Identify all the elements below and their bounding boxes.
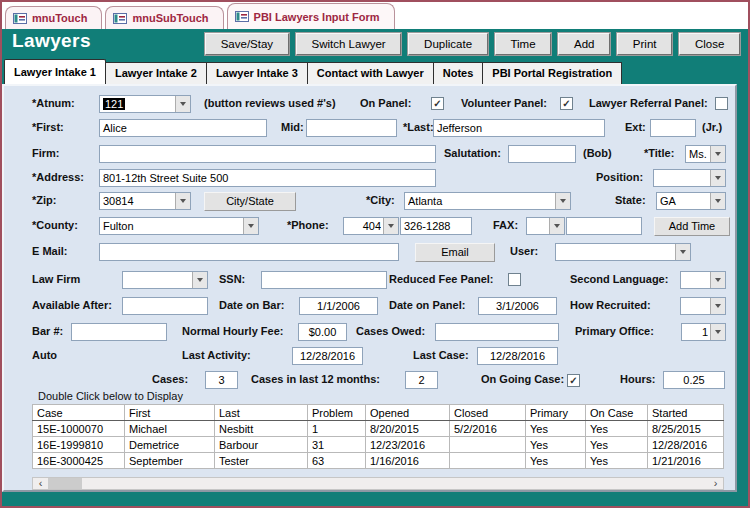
last-field[interactable]: Jefferson bbox=[433, 119, 605, 137]
on-panel-checkbox[interactable]: ✓ bbox=[431, 97, 444, 110]
on-panel-label: On Panel: bbox=[360, 97, 411, 109]
city-state-button[interactable]: City/State bbox=[204, 192, 296, 211]
title-combo[interactable]: Ms. bbox=[685, 145, 726, 163]
chevron-down-icon[interactable] bbox=[555, 193, 570, 209]
chevron-down-icon[interactable] bbox=[243, 218, 258, 234]
save-stay-button[interactable]: Save/Stay bbox=[205, 33, 289, 55]
mid-field[interactable] bbox=[306, 119, 397, 137]
atnum-combo[interactable]: 121 bbox=[99, 95, 191, 113]
lawyer-referral-panel-checkbox[interactable] bbox=[715, 97, 728, 110]
chevron-down-icon[interactable] bbox=[710, 272, 725, 288]
date-on-bar-field[interactable]: 1/1/2006 bbox=[299, 297, 378, 315]
last-case-field[interactable]: 12/28/2016 bbox=[477, 347, 558, 365]
cases-last-12-months-field[interactable]: 2 bbox=[405, 371, 438, 389]
second-language-combo[interactable] bbox=[680, 271, 726, 289]
email-button[interactable]: Email bbox=[415, 243, 495, 262]
date-on-panel-field[interactable]: 3/1/2006 bbox=[478, 297, 557, 315]
cases-owed-field[interactable] bbox=[435, 323, 559, 341]
cell: 31 bbox=[308, 437, 366, 453]
available-after-field[interactable] bbox=[122, 297, 208, 315]
chevron-down-icon[interactable] bbox=[175, 193, 190, 209]
cell: Yes bbox=[586, 453, 648, 469]
tab-mnutouch[interactable]: mnuTouch bbox=[5, 6, 102, 29]
tab-lawyer-intake-1[interactable]: Lawyer Intake 1 bbox=[4, 59, 106, 84]
normal-hourly-fee-field[interactable]: $0.00 bbox=[298, 323, 347, 341]
table-row[interactable]: 15E-1000070 Michael Nesbitt 1 8/20/2015 … bbox=[33, 421, 724, 437]
on-going-case-label: On Going Case: bbox=[481, 373, 564, 385]
scroll-right-icon[interactable]: › bbox=[709, 478, 722, 489]
reduced-fee-panel-checkbox[interactable] bbox=[508, 273, 521, 286]
phone-number-field[interactable]: 326-1288 bbox=[400, 217, 472, 235]
tab-notes[interactable]: Notes bbox=[433, 62, 484, 84]
ext-field[interactable] bbox=[650, 119, 696, 137]
volunteer-panel-checkbox[interactable]: ✓ bbox=[560, 97, 573, 110]
time-button[interactable]: Time bbox=[495, 33, 552, 55]
state-combo[interactable]: GA bbox=[656, 192, 726, 210]
last-case-label: Last Case: bbox=[413, 349, 469, 361]
print-button[interactable]: Print bbox=[617, 33, 672, 55]
add-time-button[interactable]: Add Time bbox=[654, 217, 730, 236]
chevron-down-icon[interactable] bbox=[710, 146, 725, 162]
chevron-down-icon[interactable] bbox=[710, 170, 725, 186]
add-button[interactable]: Add bbox=[558, 33, 610, 55]
form-icon bbox=[235, 11, 249, 22]
col-first: First bbox=[125, 405, 215, 421]
ssn-field[interactable] bbox=[261, 271, 387, 289]
lawyer-referral-panel-label: Lawyer Referral Panel: bbox=[589, 97, 708, 109]
user-label: User: bbox=[510, 245, 538, 257]
case-table: Case First Last Problem Opened Closed Pr… bbox=[32, 404, 724, 469]
salutation-field[interactable] bbox=[508, 145, 576, 163]
table-row[interactable]: 16E-3000425 September Tester 63 1/16/201… bbox=[33, 453, 724, 469]
phone-area-combo[interactable]: 404 bbox=[343, 217, 399, 235]
how-recruited-combo[interactable] bbox=[680, 297, 726, 315]
tab-pbi-portal-registration[interactable]: PBI Portal Registration bbox=[482, 62, 622, 84]
close-button[interactable]: Close bbox=[679, 33, 740, 55]
page-title: Lawyers bbox=[12, 30, 91, 52]
tab-pbi-lawyers-input-form[interactable]: PBI Lawyers Input Form bbox=[227, 3, 395, 29]
fax-area-combo[interactable] bbox=[526, 217, 565, 235]
tab-lawyer-intake-2[interactable]: Lawyer Intake 2 bbox=[105, 62, 207, 84]
cell: 16E-1999810 bbox=[33, 437, 125, 453]
chevron-down-icon[interactable] bbox=[383, 218, 398, 234]
tab-mnusubtouch[interactable]: mnuSubTouch bbox=[105, 6, 223, 29]
fax-number-field[interactable] bbox=[566, 217, 642, 235]
city-combo[interactable]: Atlanta bbox=[404, 192, 571, 210]
cases-label: Cases: bbox=[152, 373, 188, 385]
zip-value: 30814 bbox=[103, 193, 173, 209]
chevron-down-icon[interactable] bbox=[710, 324, 725, 340]
cell: 12/23/2016 bbox=[366, 437, 450, 453]
chevron-down-icon[interactable] bbox=[192, 272, 207, 288]
primary-office-combo[interactable]: 1 bbox=[681, 323, 726, 341]
user-combo[interactable] bbox=[555, 243, 691, 261]
city-label: *City: bbox=[366, 194, 395, 206]
chevron-down-icon[interactable] bbox=[675, 244, 690, 260]
county-combo[interactable]: Fulton bbox=[99, 217, 259, 235]
form-tab-strip: Lawyer Intake 1 Lawyer Intake 2 Lawyer I… bbox=[4, 58, 748, 84]
row-bar-fee: Bar #: Normal Hourly Fee: $0.00 Cases Ow… bbox=[4, 323, 735, 343]
scrollbar-thumb[interactable] bbox=[48, 478, 82, 489]
bar-number-field[interactable] bbox=[71, 323, 167, 341]
cases-field[interactable]: 3 bbox=[205, 371, 238, 389]
chevron-down-icon[interactable] bbox=[175, 96, 190, 112]
chevron-down-icon[interactable] bbox=[710, 193, 725, 209]
last-activity-field[interactable]: 12/28/2016 bbox=[292, 347, 363, 365]
table-row[interactable]: 16E-1999810 Demetrice Barbour 31 12/23/2… bbox=[33, 437, 724, 453]
email-field[interactable] bbox=[99, 243, 399, 261]
address-field[interactable]: 801-12th Street Suite 500 bbox=[99, 169, 436, 187]
position-combo[interactable] bbox=[653, 169, 726, 187]
chevron-down-icon[interactable] bbox=[710, 298, 725, 314]
tab-contact-with-lawyer[interactable]: Contact with Lawyer bbox=[307, 62, 434, 84]
hours-field[interactable]: 0.25 bbox=[663, 371, 725, 389]
tab-lawyer-intake-3[interactable]: Lawyer Intake 3 bbox=[206, 62, 308, 84]
firm-field[interactable] bbox=[99, 145, 436, 163]
switch-lawyer-button[interactable]: Switch Lawyer bbox=[296, 33, 402, 55]
horizontal-scrollbar[interactable]: ‹ › bbox=[32, 477, 724, 490]
on-going-case-checkbox[interactable]: ✓ bbox=[567, 374, 580, 387]
chevron-down-icon[interactable] bbox=[549, 218, 564, 234]
first-field[interactable]: Alice bbox=[99, 119, 267, 137]
zip-combo[interactable]: 30814 bbox=[99, 192, 191, 210]
duplicate-button[interactable]: Duplicate bbox=[408, 33, 487, 55]
scroll-left-icon[interactable]: ‹ bbox=[34, 478, 47, 489]
document-tab-bar: mnuTouch mnuSubTouch PBI Lawyers Input F… bbox=[2, 2, 748, 29]
law-firm-combo[interactable] bbox=[122, 271, 208, 289]
